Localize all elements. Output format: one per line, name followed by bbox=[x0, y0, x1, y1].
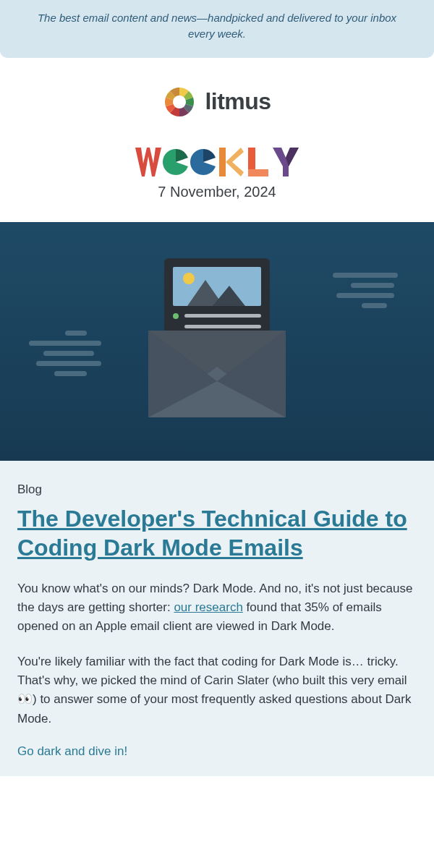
svg-rect-4 bbox=[248, 169, 268, 176]
article-paragraph-1: You know what's on our minds? Dark Mode.… bbox=[17, 579, 417, 637]
cloud-decoration bbox=[29, 331, 101, 381]
envelope-illustration bbox=[148, 258, 286, 425]
svg-marker-6 bbox=[286, 148, 299, 166]
article-title-link[interactable]: The Developer's Technical Guide to Codin… bbox=[17, 504, 417, 562]
article-cta-link[interactable]: Go dark and dive in! bbox=[17, 744, 417, 759]
research-link[interactable]: our research bbox=[174, 600, 242, 614]
tagline-bar: The best email content and news—handpick… bbox=[0, 0, 434, 58]
article-block: Blog The Developer's Technical Guide to … bbox=[0, 461, 434, 776]
weekly-wordmark bbox=[0, 148, 434, 176]
letter-e-2 bbox=[190, 148, 216, 176]
letter-e bbox=[163, 148, 189, 176]
letter-w bbox=[135, 148, 161, 176]
svg-marker-2 bbox=[226, 148, 244, 176]
letter-l bbox=[245, 148, 271, 176]
header: litmus 7 November, 2024 bbox=[0, 58, 434, 222]
letter-y bbox=[273, 148, 299, 176]
envelope-icon bbox=[148, 331, 286, 417]
litmus-logo-icon bbox=[163, 85, 196, 119]
tagline-text: The best email content and news—handpick… bbox=[38, 12, 396, 40]
brand-name: litmus bbox=[205, 88, 271, 115]
svg-rect-1 bbox=[219, 148, 226, 176]
article-paragraph-2: You're likely familiar with the fact tha… bbox=[17, 652, 417, 728]
hero-image bbox=[0, 222, 434, 461]
letter-k bbox=[218, 148, 244, 176]
paper-image-placeholder bbox=[173, 267, 261, 306]
issue-date: 7 November, 2024 bbox=[0, 184, 434, 200]
sun-icon bbox=[183, 273, 195, 284]
svg-marker-0 bbox=[135, 148, 161, 176]
logo-row: litmus bbox=[0, 85, 434, 119]
article-category: Blog bbox=[17, 482, 417, 497]
svg-marker-8 bbox=[213, 286, 245, 306]
cloud-decoration bbox=[333, 273, 398, 313]
